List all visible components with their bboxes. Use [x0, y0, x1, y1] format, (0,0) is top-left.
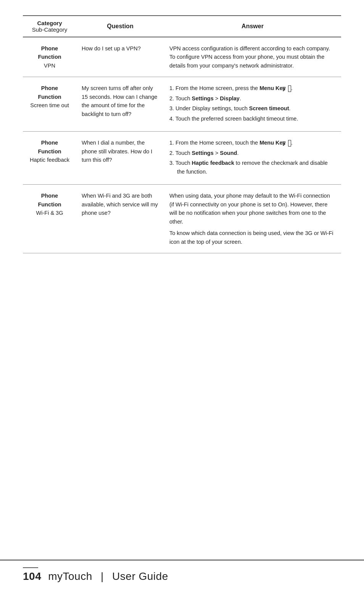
answer-paragraph: When using data, your phone may default … [169, 192, 336, 226]
question-cell: When I dial a number, the phone still vi… [76, 132, 164, 185]
category-sub-bold: Function [38, 54, 61, 60]
answer-step: 4. Touch the preferred screen backlight … [169, 114, 336, 123]
answer-cell: 1. From the Home screen, press the Menu … [164, 77, 341, 132]
answer-cell: 1. From the Home screen, touch the Menu … [164, 132, 341, 185]
answer-step: 1. From the Home screen, touch the Menu … [169, 138, 336, 147]
footer-guide: User Guide [112, 570, 168, 582]
column-header-question: Question [76, 16, 164, 37]
page-footer: 104myTouch | User Guide [0, 560, 364, 594]
table-header-row: Category Sub-Category Question Answer [23, 16, 341, 37]
question-cell: How do I set up a VPN? [76, 37, 164, 77]
page-number: 104 [23, 570, 41, 582]
category-cell: PhoneFunctionScreen time out [23, 77, 76, 132]
footer-divider: | [98, 570, 107, 582]
question-cell: When Wi-Fi and 3G are both available, wh… [76, 185, 164, 253]
category-cell: PhoneFunctionVPN [23, 37, 76, 77]
category-sub-bold: Function [38, 148, 61, 155]
answer-cell: VPN access configuration is different ac… [164, 37, 341, 77]
category-main: PhoneFunction [38, 45, 61, 60]
category-sub: Wi-Fi & 3G [36, 210, 63, 216]
footer-text: 104myTouch | User Guide [23, 570, 168, 583]
column-header-category: Category Sub-Category [23, 16, 76, 37]
answer-step: 2. Touch Settings > Sound. [169, 149, 336, 157]
category-main: PhoneFunction [38, 193, 61, 207]
footer-line [23, 567, 38, 568]
answer-step: 3. Touch Haptic feedback to remove the c… [169, 159, 336, 176]
table-row: PhoneFunctionScreen time outMy screen tu… [23, 77, 341, 132]
col1-main-label: Category [37, 20, 62, 26]
answer-cell: When using data, your phone may default … [164, 185, 341, 253]
category-sub-bold: Function [38, 201, 61, 208]
category-main: PhoneFunction [38, 140, 61, 154]
answer-step: 3. Under Display settings, touch Screen … [169, 104, 336, 113]
category-sub: Haptic feedback [30, 157, 69, 163]
table-row: PhoneFunctionWi-Fi & 3GWhen Wi-Fi and 3G… [23, 185, 341, 253]
column-header-answer: Answer [164, 16, 341, 37]
faq-table: Category Sub-Category Question Answer Ph… [23, 15, 341, 253]
category-sub-bold: Function [38, 94, 61, 100]
table-row: PhoneFunctionVPNHow do I set up a VPN?VP… [23, 37, 341, 77]
menu-key-icon: ☰ [288, 140, 291, 146]
col1-sub-label: Sub-Category [27, 26, 72, 33]
answer-step: 1. From the Home screen, press the Menu … [169, 84, 336, 92]
question-cell: My screen turns off after only 15 second… [76, 77, 164, 132]
category-cell: PhoneFunctionHaptic feedback [23, 132, 76, 185]
category-sub: Screen time out [30, 102, 69, 108]
table-row: PhoneFunctionHaptic feedbackWhen I dial … [23, 132, 341, 185]
category-sub: VPN [44, 63, 55, 69]
category-main: PhoneFunction [38, 85, 61, 100]
menu-key-icon: ☰ [288, 85, 291, 92]
page-content: Category Sub-Category Question Answer Ph… [0, 0, 364, 560]
answer-step: 2. Touch Settings > Display. [169, 94, 336, 103]
category-cell: PhoneFunctionWi-Fi & 3G [23, 185, 76, 253]
answer-paragraph: VPN access configuration is different ac… [169, 44, 336, 70]
answer-paragraph: To know which data connection is being u… [169, 229, 336, 246]
footer-brand: myTouch [48, 570, 92, 582]
